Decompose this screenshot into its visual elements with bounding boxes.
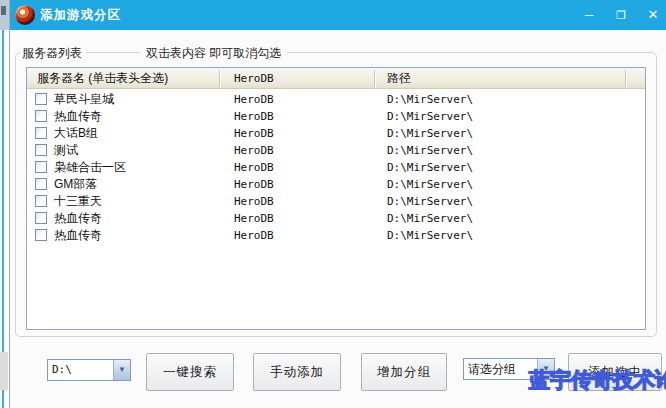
group-select-value: 请选分组 xyxy=(468,359,516,379)
cell-path: D:\MirServer\ xyxy=(387,159,473,176)
background-window-block xyxy=(0,352,8,390)
chevron-down-icon[interactable]: ▼ xyxy=(113,360,130,380)
table-row[interactable]: 草民斗皇城HeroDBD:\MirServer\ xyxy=(27,91,645,108)
window-title: 添加游戏分区 xyxy=(40,0,121,30)
cell-path: D:\MirServer\ xyxy=(387,142,473,159)
app-icon xyxy=(15,5,35,25)
table-row[interactable]: 热血传奇HeroDBD:\MirServer\ xyxy=(27,108,645,125)
header-divider xyxy=(219,70,220,87)
row-checkbox[interactable] xyxy=(35,161,47,173)
background-window-mark xyxy=(1,6,6,15)
close-button[interactable]: ✕ xyxy=(640,0,666,30)
groupbox-hint: 双击表内容 即可取消勾选 xyxy=(140,45,287,62)
cell-path: D:\MirServer\ xyxy=(387,176,473,193)
add-selected-button[interactable]: 添加选中 xyxy=(568,353,662,391)
header-divider xyxy=(374,70,375,87)
header-server-name[interactable]: 服务器名 (单击表头全选) xyxy=(37,68,168,89)
row-checkbox[interactable] xyxy=(35,195,47,207)
header-herodb[interactable]: HeroDB xyxy=(234,68,274,89)
drive-combobox-value: D:\ xyxy=(52,360,72,380)
table-row[interactable]: 热血传奇HeroDBD:\MirServer\ xyxy=(27,227,645,244)
table-header[interactable]: 服务器名 (单击表头全选) HeroDB 路径 xyxy=(27,68,645,89)
table-row[interactable]: 十三重天HeroDBD:\MirServer\ xyxy=(27,193,645,210)
cell-path: D:\MirServer\ xyxy=(387,227,473,244)
cell-server-name: 大话B组 xyxy=(54,125,98,142)
table-row[interactable]: 热血传奇HeroDBD:\MirServer\ xyxy=(27,210,645,227)
row-checkbox[interactable] xyxy=(35,212,47,224)
cell-herodb: HeroDB xyxy=(234,176,274,193)
header-path[interactable]: 路径 xyxy=(387,68,411,89)
cell-server-name: 热血传奇 xyxy=(54,108,102,125)
cell-server-name: 枭雄合击一区 xyxy=(54,159,126,176)
add-group-button[interactable]: 增加分组 xyxy=(361,353,447,391)
maximize-button[interactable]: ❐ xyxy=(608,0,634,30)
row-checkbox[interactable] xyxy=(35,93,47,105)
manual-add-button[interactable]: 手动添加 xyxy=(253,353,341,391)
row-checkbox[interactable] xyxy=(35,178,47,190)
cell-server-name: GM部落 xyxy=(54,176,97,193)
add-game-partition-dialog: 添加游戏分区 ─ ❐ ✕ 服务器列表 双击表内容 即可取消勾选 服务器名 (单击… xyxy=(9,0,666,408)
row-checkbox[interactable] xyxy=(35,229,47,241)
cell-path: D:\MirServer\ xyxy=(387,193,473,210)
drive-combobox[interactable]: D:\ ▼ xyxy=(47,359,131,381)
server-table: 服务器名 (单击表头全选) HeroDB 路径 草民斗皇城HeroDBD:\Mi… xyxy=(26,67,646,330)
cell-herodb: HeroDB xyxy=(234,193,274,210)
cell-herodb: HeroDB xyxy=(234,142,274,159)
table-row[interactable]: 测试HeroDBD:\MirServer\ xyxy=(27,142,645,159)
table-rows: 草民斗皇城HeroDBD:\MirServer\热血传奇HeroDBD:\Mir… xyxy=(27,91,645,244)
title-bar[interactable]: 添加游戏分区 ─ ❐ ✕ xyxy=(10,0,666,30)
cell-path: D:\MirServer\ xyxy=(387,91,473,108)
cell-path: D:\MirServer\ xyxy=(387,108,473,125)
group-select-combobox[interactable]: 请选分组 ▼ xyxy=(463,358,555,380)
one-key-search-button[interactable]: 一键搜索 xyxy=(146,353,234,391)
cell-server-name: 热血传奇 xyxy=(54,227,102,244)
cell-herodb: HeroDB xyxy=(234,108,274,125)
cell-herodb: HeroDB xyxy=(234,125,274,142)
cell-herodb: HeroDB xyxy=(234,210,274,227)
cell-herodb: HeroDB xyxy=(234,227,274,244)
header-divider xyxy=(625,70,626,87)
cell-herodb: HeroDB xyxy=(234,159,274,176)
table-row[interactable]: GM部落HeroDBD:\MirServer\ xyxy=(27,176,645,193)
cell-server-name: 热血传奇 xyxy=(54,210,102,227)
table-row[interactable]: 大话B组HeroDBD:\MirServer\ xyxy=(27,125,645,142)
background-window-sliver xyxy=(0,0,9,408)
cell-path: D:\MirServer\ xyxy=(387,125,473,142)
cell-path: D:\MirServer\ xyxy=(387,210,473,227)
cell-server-name: 测试 xyxy=(54,142,78,159)
table-row[interactable]: 枭雄合击一区HeroDBD:\MirServer\ xyxy=(27,159,645,176)
cell-server-name: 十三重天 xyxy=(54,193,102,210)
row-checkbox[interactable] xyxy=(35,144,47,156)
row-checkbox[interactable] xyxy=(35,127,47,139)
background-window-titlebar xyxy=(0,0,9,30)
chevron-down-icon[interactable]: ▼ xyxy=(537,359,554,379)
cell-herodb: HeroDB xyxy=(234,91,274,108)
groupbox-title: 服务器列表 xyxy=(20,45,86,62)
row-checkbox[interactable] xyxy=(35,110,47,122)
minimize-button[interactable]: ─ xyxy=(576,0,602,30)
cell-server-name: 草民斗皇城 xyxy=(54,91,114,108)
